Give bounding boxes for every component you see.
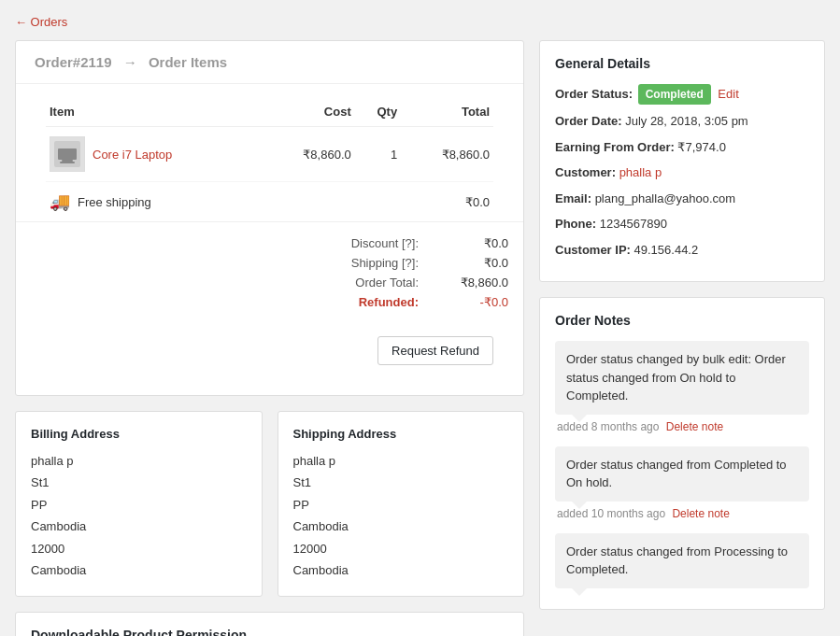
order-date-row: Order Date: July 28, 2018, 3:05 pm [555,112,809,131]
order-table: Item Cost Qty Total [46,97,493,221]
discount-value: ₹0.0 [434,236,508,250]
email-row: Email: plang_phalla@yahoo.com [555,190,809,208]
breadcrumb: Order#2119 → Order Items [16,41,523,84]
svg-rect-3 [60,162,75,163]
status-badge: Completed [638,84,711,105]
customer-label: Customer: [555,165,616,179]
note-text-0: Order status changed by bulk edit: Order… [566,352,786,403]
order-status-label: Order Status: [555,87,633,101]
col-qty: Qty [355,97,401,127]
product-total: ₹8,860.0 [401,127,493,182]
col-cost: Cost [263,97,355,127]
product-cell: Core i7 Laptop [46,127,263,182]
order-date-value: July 28, 2018, 3:05 pm [625,114,748,128]
note-bubble-0: Order status changed by bulk edit: Order… [555,341,809,415]
product-qty: 1 [355,127,401,182]
customer-link[interactable]: phalla p [619,165,662,179]
general-details-card: General Details Order Status: Completed … [539,40,825,282]
downloadable-title: Downloadable Product Permission [31,628,508,636]
billing-line-5: Cambodia [31,559,247,581]
note-bubble-1: Order status changed from Completed to O… [555,446,809,502]
shipping-line-0: phalla p [293,450,509,472]
billing-line-2: PP [31,494,247,516]
shipping-total-row: Shipping [?]: ₹0.0 [31,253,508,273]
billing-line-0: phalla p [31,450,247,472]
discount-row: Discount [?]: ₹0.0 [31,233,508,253]
order-notes-card: Order Notes Order status changed by bulk… [539,297,825,610]
refund-value: -₹0.0 [434,295,508,309]
customer-ip-row: Customer IP: 49.156.44.2 [555,241,809,260]
billing-line-4: 12000 [31,538,247,559]
note-text-2: Order status changed from Processing to … [566,544,788,577]
shipping-total-label: Shipping [?]: [288,256,419,270]
customer-ip-value: 49.156.44.2 [634,243,699,257]
shipping-total: ₹0.0 [401,182,493,222]
email-label: Email: [555,191,591,205]
shipping-line-3: Cambodia [293,516,509,537]
phone-label: Phone: [555,217,596,231]
product-name-link[interactable]: Core i7 Laptop [93,148,172,162]
billing-line-1: St1 [31,472,247,493]
shipping-icon: 🚚 [50,191,70,212]
breadcrumb-section: Order Items [149,54,227,70]
note-text-1: Order status changed from Completed to O… [566,458,787,490]
order-total-row: Order Total: ₹8,860.0 [31,273,508,292]
earning-row: Earning From Order: ₹7,974.0 [555,138,809,157]
customer-row: Customer: phalla p [555,163,809,182]
shipping-line-2: PP [293,494,509,516]
billing-line-3: Cambodia [31,516,247,537]
product-image [50,136,85,172]
order-notes-title: Order Notes [555,313,809,328]
downloadable-permissions-card: Downloadable Product Permission [15,612,524,636]
earning-value: ₹7,974.0 [677,140,725,154]
order-date-label: Order Date: [555,114,622,128]
back-to-orders-link[interactable]: ← Orders [15,15,67,29]
shipping-line-4: 12000 [293,538,509,559]
shipping-address-card: Shipping Address phalla p St1 PP Cambodi… [278,411,525,597]
note-meta-1: added 10 months ago Delete note [557,507,809,520]
shipping-address-lines: phalla p St1 PP Cambodia 12000 Cambodia [293,450,509,581]
col-total: Total [401,97,493,127]
address-row: Billing Address phalla p St1 PP Cambodia… [15,411,524,597]
order-total-value: ₹8,860.0 [434,276,508,290]
svg-rect-2 [62,160,73,162]
breadcrumb-arrow: → [123,54,137,70]
phone-row: Phone: 1234567890 [555,215,809,233]
billing-address-card: Billing Address phalla p St1 PP Cambodia… [15,411,263,597]
billing-address-title: Billing Address [31,427,247,441]
svg-rect-1 [58,148,77,160]
request-refund-button[interactable]: Request Refund [377,336,493,365]
shipping-total-value: ₹0.0 [434,256,508,270]
order-total-label: Order Total: [288,276,419,290]
note-time-1: added 10 months ago [557,507,665,520]
shipping-address-title: Shipping Address [293,427,509,441]
phone-value: 1234567890 [600,217,667,231]
note-meta-0: added 8 months ago Delete note [557,420,809,433]
note-time-0: added 8 months ago [557,420,659,433]
refund-label: Refunded: [288,295,419,309]
note-bubble-2: Order status changed from Processing to … [555,533,809,588]
table-row: Core i7 Laptop ₹8,860.0 1 ₹8,860.0 [46,127,493,182]
table-row: 🚚 Free shipping ₹0.0 [46,182,493,222]
email-value: plang_phalla@yahoo.com [595,191,736,205]
delete-note-link-1[interactable]: Delete note [672,507,729,520]
billing-address-lines: phalla p St1 PP Cambodia 12000 Cambodia [31,450,247,581]
general-details-title: General Details [555,56,809,71]
delete-note-link-0[interactable]: Delete note [666,420,723,433]
refund-row: Refunded: -₹0.0 [31,292,508,312]
order-status-row: Order Status: Completed Edit [555,84,809,105]
edit-status-link[interactable]: Edit [718,87,738,101]
totals-section: Discount [?]: ₹0.0 Shipping [?]: ₹0.0 Or… [16,221,523,323]
customer-ip-label: Customer IP: [555,243,631,257]
earning-label: Earning From Order: [555,140,675,154]
shipping-line-1: St1 [293,472,509,493]
shipping-cell: 🚚 Free shipping [46,182,263,222]
shipping-name: Free shipping [78,195,151,209]
col-item: Item [46,97,263,127]
shipping-line-5: Cambodia [293,559,509,581]
order-id: Order#2119 [35,54,112,70]
discount-label: Discount [?]: [288,236,419,250]
order-items-card: Order#2119 → Order Items Item Cost Qty T… [15,40,524,396]
product-cost: ₹8,860.0 [263,127,355,182]
